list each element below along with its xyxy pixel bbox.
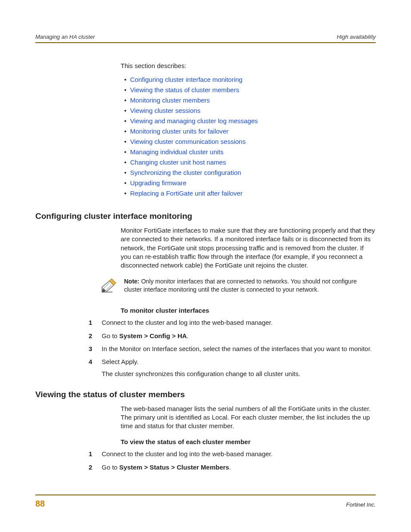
section-title: Viewing the status of cluster members xyxy=(35,390,376,399)
note-block: Note: Only monitor interfaces that are c… xyxy=(100,277,376,295)
step-number: 2 xyxy=(83,463,102,472)
section-configuring: Configuring cluster interface monitoring… xyxy=(35,212,376,379)
bullet-icon: • xyxy=(121,157,130,168)
step-text: Go to System > Config > HA. xyxy=(102,332,376,340)
step-text: In the Monitor on Interface section, sel… xyxy=(102,345,376,353)
step-number: 4 xyxy=(83,358,102,366)
bullet-icon: • xyxy=(121,95,130,106)
toc-list-item: •Monitoring cluster units for failover xyxy=(121,126,376,137)
toc-link[interactable]: Managing individual cluster units xyxy=(130,147,224,157)
toc-link[interactable]: Viewing and managing cluster log message… xyxy=(130,116,258,126)
document-page: Managing an HA cluster High availability… xyxy=(0,0,411,532)
section-title: Configuring cluster interface monitoring xyxy=(35,212,376,221)
step-number: 1 xyxy=(83,318,102,327)
bullet-icon: • xyxy=(121,147,130,157)
footer-rule xyxy=(35,495,376,495)
toc-link[interactable]: Upgrading firmware xyxy=(130,178,187,188)
step-extra-text: The cluster synchronizes this configurat… xyxy=(102,370,376,378)
toc-list-item: •Configuring cluster interface monitorin… xyxy=(121,75,376,85)
toc-link[interactable]: Monitoring cluster units for failover xyxy=(130,126,228,137)
bullet-icon: • xyxy=(121,75,130,85)
step-text: Select Apply.The cluster synchronizes th… xyxy=(102,358,376,379)
bullet-icon: • xyxy=(121,137,130,147)
toc-link[interactable]: Viewing cluster communication sessions xyxy=(130,137,246,147)
note-label: Note: xyxy=(124,278,140,285)
step-number: 1 xyxy=(83,450,102,458)
toc-link[interactable]: Viewing cluster sessions xyxy=(130,106,200,116)
note-pencil-icon xyxy=(100,277,117,295)
toc-list-item: •Viewing cluster communication sessions xyxy=(121,137,376,147)
step-item: 1Connect to the cluster and log into the… xyxy=(102,450,376,458)
bullet-icon: • xyxy=(121,126,130,137)
procedure-heading: To view the status of each cluster membe… xyxy=(121,438,376,445)
bullet-icon: • xyxy=(121,85,130,95)
procedure-steps-1: 1Connect to the cluster and log into the… xyxy=(102,318,376,378)
note-text: Note: Only monitor interfaces that are c… xyxy=(124,277,376,294)
bullet-icon: • xyxy=(121,188,130,199)
step-number: 3 xyxy=(83,345,102,353)
header-left: Managing an HA cluster xyxy=(35,34,95,40)
header-rule xyxy=(35,42,376,43)
step-item: 4Select Apply.The cluster synchronizes t… xyxy=(102,358,376,379)
step-text: Connect to the cluster and log into the … xyxy=(102,450,376,458)
section-viewing-status: Viewing the status of cluster members Th… xyxy=(35,390,376,472)
toc-list-item: •Upgrading firmware xyxy=(121,178,376,188)
toc-link[interactable]: Changing cluster unit host names xyxy=(130,157,226,168)
toc-list-item: •Managing individual cluster units xyxy=(121,147,376,157)
toc-link[interactable]: Configuring cluster interface monitoring xyxy=(130,75,243,85)
section-para: Monitor FortiGate interfaces to make sur… xyxy=(121,226,376,270)
step-text: Connect to the cluster and log into the … xyxy=(102,318,376,327)
step-text: Go to System > Status > Cluster Members. xyxy=(102,463,376,472)
toc-list-item: •Changing cluster unit host names xyxy=(121,157,376,168)
toc-list-item: •Monitoring cluster members xyxy=(121,95,376,106)
step-item: 1Connect to the cluster and log into the… xyxy=(102,318,376,327)
toc-list-item: •Viewing the status of cluster members xyxy=(121,85,376,95)
step-number: 2 xyxy=(83,332,102,340)
toc-list-item: •Viewing cluster sessions xyxy=(121,106,376,116)
running-header: Managing an HA cluster High availability xyxy=(35,34,376,42)
toc-link[interactable]: Replacing a FortiGate unit after failove… xyxy=(130,188,243,199)
toc-link[interactable]: Monitoring cluster members xyxy=(130,95,210,106)
step-item: 3In the Monitor on Interface section, se… xyxy=(102,345,376,353)
step-bold-path: System > Status > Cluster Members xyxy=(119,464,229,471)
header-right: High availability xyxy=(337,34,376,40)
toc-link-list: •Configuring cluster interface monitorin… xyxy=(121,75,376,199)
toc-list-item: •Replacing a FortiGate unit after failov… xyxy=(121,188,376,199)
intro-text: This section describes: xyxy=(121,62,376,69)
bullet-icon: • xyxy=(121,106,130,116)
step-item: 2Go to System > Status > Cluster Members… xyxy=(102,463,376,472)
procedure-heading: To monitor cluster interfaces xyxy=(121,307,376,314)
company-name: Fortinet Inc. xyxy=(346,501,376,508)
bullet-icon: • xyxy=(121,116,130,126)
bullet-icon: • xyxy=(121,178,130,188)
toc-link[interactable]: Synchronizing the cluster configuration xyxy=(130,168,241,178)
note-body: Only monitor interfaces that are connect… xyxy=(124,278,357,293)
toc-list-item: •Synchronizing the cluster configuration xyxy=(121,168,376,178)
step-bold-path: System > Config > HA xyxy=(119,332,187,339)
bullet-icon: • xyxy=(121,168,130,178)
procedure-steps-2: 1Connect to the cluster and log into the… xyxy=(102,450,376,472)
page-footer: 88 Fortinet Inc. xyxy=(35,495,376,509)
toc-link[interactable]: Viewing the status of cluster members xyxy=(130,85,239,95)
toc-list-item: •Viewing and managing cluster log messag… xyxy=(121,116,376,126)
body-column: This section describes: •Configuring clu… xyxy=(121,62,376,199)
page-number: 88 xyxy=(35,499,45,509)
step-item: 2Go to System > Config > HA. xyxy=(102,332,376,340)
section-para: The web-based manager lists the serial n… xyxy=(121,404,376,431)
